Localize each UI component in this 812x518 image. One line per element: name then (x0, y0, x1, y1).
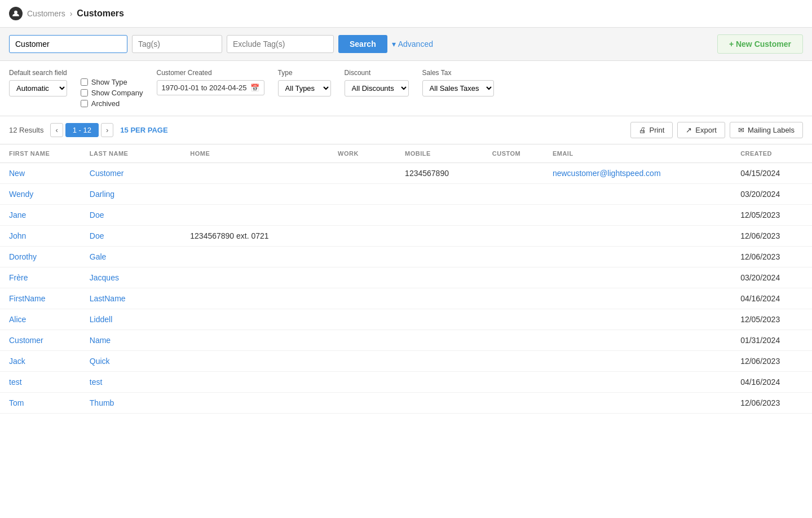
cell-lastname[interactable]: Customer (81, 163, 182, 184)
cell-firstname[interactable]: Wendy (0, 184, 81, 205)
cell-firstname[interactable]: Jack (0, 351, 81, 372)
cell-home (181, 184, 329, 205)
col-header-lastname: LAST NAME (81, 144, 182, 163)
cell-created: 04/16/2024 (731, 372, 812, 393)
table-row: AliceLiddell12/05/2023 (0, 309, 812, 330)
breadcrumb: Customers › Customers (0, 0, 812, 28)
customer-search-input[interactable] (9, 35, 127, 53)
cell-created: 12/05/2023 (731, 205, 812, 226)
cell-email (544, 247, 731, 267)
print-label: Print (650, 126, 665, 134)
cell-work (329, 163, 396, 184)
col-header-custom: CUSTOM (483, 144, 544, 163)
cell-lastname[interactable]: Jacques (81, 267, 182, 288)
cell-lastname[interactable]: Liddell (81, 309, 182, 330)
cell-home (181, 330, 329, 351)
cell-created: 12/06/2023 (731, 351, 812, 372)
cell-firstname[interactable]: Frère (0, 267, 81, 288)
cell-lastname[interactable]: Quick (81, 351, 182, 372)
col-header-home: HOME (181, 144, 329, 163)
cell-work (329, 372, 396, 393)
type-filter-group: Type All Types Individual Company (278, 69, 331, 96)
cell-mobile (396, 309, 483, 330)
next-page-button[interactable]: › (101, 123, 113, 137)
filters-bar: Default search field Automatic Name Emai… (0, 61, 812, 116)
show-company-checkbox[interactable] (81, 89, 88, 96)
mailing-labels-button[interactable]: ✉ Mailing Labels (730, 122, 803, 138)
cell-custom (483, 226, 544, 247)
cell-firstname[interactable]: Tom (0, 393, 81, 414)
svg-point-0 (14, 11, 17, 14)
cell-firstname[interactable]: John (0, 226, 81, 247)
date-range-input[interactable]: 1970-01-01 to 2024-04-25 📅 (157, 80, 264, 95)
cell-custom (483, 163, 544, 184)
cell-lastname[interactable]: Doe (81, 205, 182, 226)
cell-email (544, 184, 731, 205)
chevron-down-icon: ▾ (392, 39, 396, 49)
prev-page-button[interactable]: ‹ (50, 123, 63, 137)
results-count: 12 Results (9, 126, 43, 134)
breadcrumb-parent[interactable]: Customers (27, 9, 65, 18)
cell-work (329, 267, 396, 288)
show-type-checkbox-label[interactable]: Show Type (81, 78, 143, 86)
cell-firstname[interactable]: Jane (0, 205, 81, 226)
export-label: Export (695, 126, 717, 134)
new-customer-button[interactable]: + New Customer (717, 34, 803, 54)
exclude-tags-input[interactable] (227, 35, 334, 53)
cell-lastname[interactable]: Gale (81, 247, 182, 267)
archived-checkbox-label[interactable]: Archived (81, 99, 143, 108)
cell-lastname[interactable]: Name (81, 330, 182, 351)
customer-created-label: Customer Created (157, 69, 264, 77)
show-company-checkbox-label[interactable]: Show Company (81, 89, 143, 97)
results-bar: 12 Results ‹ 1 - 12 › 15 PER PAGE 🖨 Prin… (0, 116, 812, 144)
cell-mobile: 1234567890 (396, 163, 483, 184)
checkboxes-group: Show Type Show Company Archived (81, 69, 143, 108)
cell-firstname[interactable]: Customer (0, 330, 81, 351)
export-button[interactable]: ↗ Export (677, 122, 725, 138)
cell-mobile (396, 184, 483, 205)
cell-created: 12/05/2023 (731, 309, 812, 330)
cell-mobile (396, 288, 483, 309)
cell-lastname[interactable]: Thumb (81, 393, 182, 414)
archived-checkbox[interactable] (81, 100, 88, 107)
cell-lastname[interactable]: Doe (81, 226, 182, 247)
cell-firstname[interactable]: Dorothy (0, 247, 81, 267)
print-button[interactable]: 🖨 Print (630, 122, 673, 138)
search-button[interactable]: Search (338, 35, 387, 53)
cell-mobile (396, 226, 483, 247)
cell-work (329, 309, 396, 330)
table-row: JaneDoe12/05/2023 (0, 205, 812, 226)
cell-firstname[interactable]: Alice (0, 309, 81, 330)
type-select[interactable]: All Types Individual Company (278, 80, 331, 96)
cell-email[interactable]: newcustomer@lightspeed.com (544, 163, 731, 184)
discount-select[interactable]: All Discounts No Discount 10% 20% (345, 80, 409, 96)
cell-lastname[interactable]: test (81, 372, 182, 393)
cell-firstname[interactable]: FirstName (0, 288, 81, 309)
cell-firstname[interactable]: test (0, 372, 81, 393)
sales-tax-select[interactable]: All Sales Taxes Tax Exempt Standard (422, 80, 494, 96)
per-page-button[interactable]: 15 PER PAGE (120, 126, 167, 134)
table-row: JackQuick12/06/2023 (0, 351, 812, 372)
cell-work (329, 351, 396, 372)
cell-created: 01/31/2024 (731, 330, 812, 351)
default-search-select[interactable]: Automatic Name Email Phone (9, 80, 67, 96)
cell-firstname[interactable]: New (0, 163, 81, 184)
tags-input[interactable] (132, 35, 222, 53)
cell-custom (483, 205, 544, 226)
advanced-button[interactable]: ▾ Advanced (392, 39, 433, 49)
table-row: DorothyGale12/06/2023 (0, 247, 812, 267)
cell-created: 04/15/2024 (731, 163, 812, 184)
cell-created: 03/20/2024 (731, 267, 812, 288)
show-type-checkbox[interactable] (81, 78, 88, 86)
sales-tax-filter-group: Sales Tax All Sales Taxes Tax Exempt Sta… (422, 69, 494, 96)
cell-email (544, 205, 731, 226)
cell-lastname[interactable]: LastName (81, 288, 182, 309)
table-row: NewCustomer1234567890newcustomer@lightsp… (0, 163, 812, 184)
user-icon (9, 7, 23, 20)
cell-mobile (396, 247, 483, 267)
cell-home (181, 267, 329, 288)
calendar-icon[interactable]: 📅 (250, 84, 259, 92)
cell-created: 04/16/2024 (731, 288, 812, 309)
cell-email (544, 288, 731, 309)
cell-lastname[interactable]: Darling (81, 184, 182, 205)
